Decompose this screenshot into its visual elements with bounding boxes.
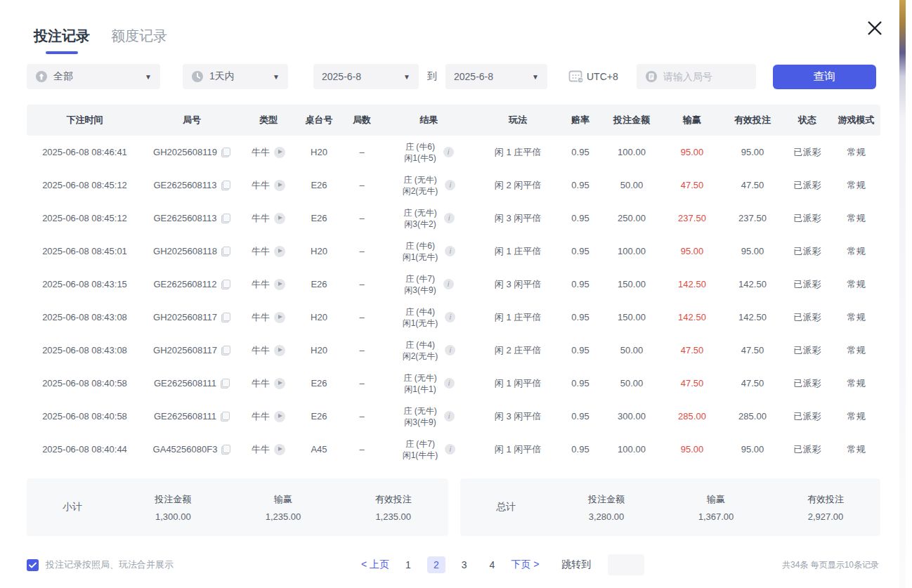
time-range-dropdown[interactable]: 1天内 ▼ bbox=[183, 64, 288, 89]
rounds-cell: – bbox=[342, 268, 382, 301]
valid-bet-cell: 47.50 bbox=[722, 169, 783, 202]
info-icon[interactable]: i bbox=[444, 213, 455, 223]
col-result: 结果 bbox=[382, 105, 476, 136]
rounds-cell: – bbox=[342, 136, 382, 169]
play-cell: 闲 1 庄平倍 bbox=[476, 136, 559, 169]
bet-amount-cell: 150.00 bbox=[601, 268, 662, 301]
tab-quota-records[interactable]: 额度记录 bbox=[111, 27, 167, 54]
game-mode-cell: 常规 bbox=[832, 268, 880, 301]
odds-cell: 0.95 bbox=[559, 367, 601, 400]
play-icon[interactable] bbox=[274, 411, 285, 422]
info-icon[interactable]: i bbox=[444, 378, 455, 388]
page-button-3[interactable]: 3 bbox=[455, 556, 474, 573]
play-cell: 闲 3 闲平倍 bbox=[476, 202, 559, 235]
page-button-4[interactable]: 4 bbox=[483, 556, 501, 573]
col-play: 玩法 bbox=[476, 105, 559, 136]
result-cell: 庄 (牛6) 闲1(牛5) i bbox=[382, 136, 476, 169]
copy-icon[interactable] bbox=[221, 346, 230, 355]
play-icon[interactable] bbox=[274, 444, 285, 455]
merge-checkbox[interactable] bbox=[27, 559, 39, 571]
copy-icon[interactable] bbox=[221, 379, 230, 388]
close-icon[interactable] bbox=[865, 18, 885, 38]
copy-icon[interactable] bbox=[221, 247, 230, 256]
odds-cell: 0.95 bbox=[559, 202, 601, 235]
subtotal-box: 小计 投注金额 1,300.00 输赢 1,235.00 有效投注 1,235.… bbox=[27, 478, 448, 536]
odds-cell: 0.95 bbox=[559, 400, 601, 433]
copy-icon[interactable] bbox=[221, 280, 230, 289]
play-icon[interactable] bbox=[274, 378, 285, 389]
winloss-cell: 142.50 bbox=[662, 268, 722, 301]
next-page-button[interactable]: 下页 > bbox=[511, 558, 539, 571]
query-button[interactable]: 查询 bbox=[773, 65, 876, 89]
info-icon[interactable]: i bbox=[445, 444, 455, 455]
play-icon[interactable] bbox=[274, 312, 285, 323]
category-dropdown[interactable]: 全部 ▼ bbox=[27, 64, 160, 89]
record-count-info: 共34条 每页显示10条记录 bbox=[782, 559, 879, 571]
date-to-picker[interactable]: 2025-6-8 ▼ bbox=[445, 64, 547, 89]
status-cell: 已派彩 bbox=[783, 169, 832, 202]
copy-icon[interactable] bbox=[221, 313, 230, 322]
jump-to-input[interactable] bbox=[608, 554, 644, 575]
copy-icon[interactable] bbox=[221, 412, 230, 422]
info-icon[interactable]: i bbox=[445, 345, 455, 355]
copy-icon[interactable] bbox=[221, 181, 230, 190]
play-icon[interactable] bbox=[274, 147, 285, 158]
play-icon[interactable] bbox=[274, 279, 285, 290]
type-cell: 牛牛 bbox=[241, 301, 296, 334]
copy-icon[interactable] bbox=[221, 445, 230, 455]
game-mode-cell: 常规 bbox=[832, 334, 880, 367]
table-row: 2025-06-08 08:45:12 GE2625608113 牛牛 E26 … bbox=[27, 169, 880, 202]
timezone-control[interactable]: UTC+8 bbox=[568, 70, 618, 84]
col-valid-bet: 有效投注 bbox=[722, 105, 783, 136]
play-icon[interactable] bbox=[274, 180, 285, 191]
game-mode-cell: 常规 bbox=[832, 301, 880, 334]
total-amount-value: 3,280.00 bbox=[552, 511, 661, 522]
copy-icon[interactable] bbox=[221, 214, 230, 223]
chevron-down-icon: ▼ bbox=[145, 73, 152, 81]
bet-time-cell: 2025-06-08 08:43:08 bbox=[27, 334, 143, 367]
prev-page-button[interactable]: < 上页 bbox=[361, 558, 389, 571]
col-bet-time: 下注时间 bbox=[27, 105, 143, 136]
result-player: 闲1(无牛) bbox=[403, 251, 438, 263]
info-icon[interactable]: i bbox=[443, 279, 454, 289]
bet-time-cell: 2025-06-08 08:46:41 bbox=[27, 136, 143, 169]
winloss-cell: 47.50 bbox=[662, 334, 722, 367]
play-icon[interactable] bbox=[274, 246, 285, 257]
table-row: 2025-06-08 08:40:44 GA45256080F3 牛牛 A45 … bbox=[27, 433, 880, 466]
date-from-picker[interactable]: 2025-6-8 ▼ bbox=[313, 64, 419, 89]
info-icon[interactable]: i bbox=[445, 180, 455, 190]
play-icon[interactable] bbox=[274, 213, 285, 224]
bet-amount-cell: 50.00 bbox=[601, 367, 662, 400]
round-number-input[interactable] bbox=[663, 71, 748, 82]
status-cell: 已派彩 bbox=[783, 136, 832, 169]
table-no-cell: E26 bbox=[296, 367, 342, 400]
game-mode-cell: 常规 bbox=[832, 400, 880, 433]
play-icon[interactable] bbox=[274, 345, 285, 356]
date-to-value: 2025-6-8 bbox=[454, 71, 493, 82]
timezone-value: UTC+8 bbox=[587, 71, 618, 82]
info-icon[interactable]: i bbox=[443, 147, 454, 157]
merge-label: 投注记录按照局、玩法合并展示 bbox=[46, 558, 174, 571]
col-type: 类型 bbox=[241, 105, 296, 136]
bet-amount-cell: 100.00 bbox=[601, 433, 662, 466]
result-player: 闲3(牛2) bbox=[403, 218, 436, 230]
category-value: 全部 bbox=[53, 70, 73, 83]
round-no-value: GH2025608117 bbox=[153, 312, 217, 322]
odds-cell: 0.95 bbox=[559, 268, 601, 301]
table-no-cell: H20 bbox=[296, 136, 342, 169]
pagination: < 上页 1 2 3 4 下页 > 跳转到 bbox=[361, 554, 644, 575]
total-valid-title: 有效投注 bbox=[771, 493, 880, 506]
type-cell: 牛牛 bbox=[241, 400, 296, 433]
copy-icon[interactable] bbox=[221, 148, 230, 157]
subtotal-winloss-title: 输赢 bbox=[228, 493, 339, 506]
info-icon[interactable]: i bbox=[445, 312, 455, 322]
table-body: 2025-06-08 08:46:41 GH2025608119 牛牛 H20 … bbox=[27, 136, 880, 466]
page-button-2[interactable]: 2 bbox=[427, 556, 445, 573]
tab-bet-records[interactable]: 投注记录 bbox=[34, 27, 90, 54]
page-button-1[interactable]: 1 bbox=[399, 556, 417, 573]
total-winloss-value: 1,367.00 bbox=[661, 511, 771, 522]
round-no-cell: GA45256080F3 bbox=[143, 433, 241, 466]
info-icon[interactable]: i bbox=[444, 411, 455, 422]
info-icon[interactable]: i bbox=[445, 246, 455, 256]
filter-bar: 全部 ▼ 1天内 ▼ 2025-6-8 ▼ 到 2025-6-8 ▼ bbox=[27, 64, 906, 89]
